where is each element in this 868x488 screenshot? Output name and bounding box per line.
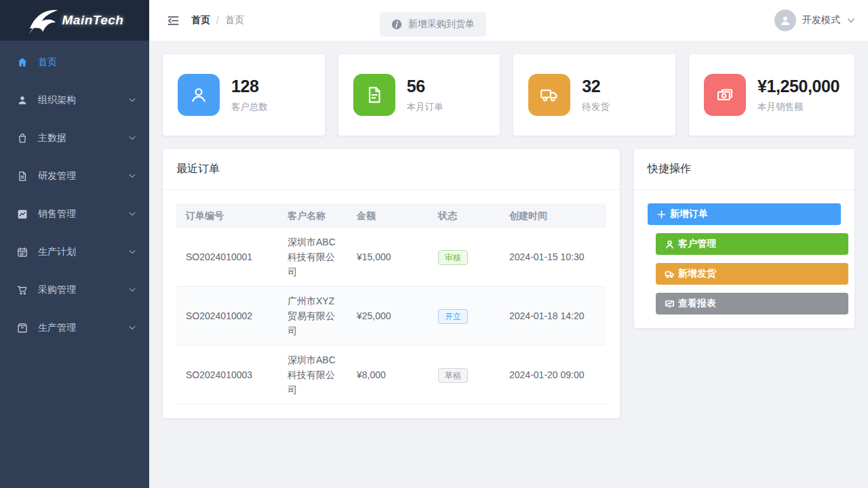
sidebar-item-label: 销售管理 [38,208,127,220]
amount-cell: ¥15,000 [347,228,429,287]
calendar-icon [16,246,28,258]
stat-label: 待发货 [582,101,610,113]
user-mode-label: 开发模式 [802,14,840,26]
quick-action-button-person-small[interactable]: 客户管理 [656,233,848,255]
sidebar-menu: 首页组织架构主数据研发管理销售管理生产计划采购管理生产管理 [0,41,149,347]
quick-action-label: 查看报表 [678,298,716,310]
column-header: 状态 [429,203,500,228]
column-header: 金额 [347,203,429,228]
user-outline-icon [178,74,220,116]
user-menu[interactable]: 开发模式 [774,0,856,41]
logo: MainTech [0,0,149,41]
info-icon [391,19,402,30]
quick-actions-title: 快捷操作 [634,149,854,190]
column-header: 订单编号 [176,203,278,228]
sidebar-item-label: 生产管理 [38,322,127,334]
brand-name: MainTech [62,13,124,28]
status-cell: 草稿 [429,346,500,405]
recent-orders-table: 订单编号客户名称金额状态创建时间 SO2024010001深圳市ABC科技有限公… [176,203,606,405]
customer-cell: 广州市XYZ贸易有限公司 [278,287,347,346]
breadcrumb: 首页 / 首页 [191,0,244,41]
sidebar-item-cart[interactable]: 采购管理 [0,271,149,309]
stat-value: 128 [231,77,268,96]
status-cell: 审核 [429,228,500,287]
file-white-icon [353,74,395,116]
truck-icon [528,74,570,116]
org-icon [16,94,28,106]
sidebar: MainTech 首页组织架构主数据研发管理销售管理生产计划采购管理生产管理 [0,0,149,488]
quick-action-label: 新增发货 [678,268,716,280]
breadcrumb-current: 首页 [225,14,244,26]
created-at-cell: 2024-01-18 14:20 [500,287,606,346]
table-row: SO2024010003深圳市ABC科技有限公司¥8,000草稿2024-01-… [176,346,606,405]
stat-card: ¥1,250,000本月销售额 [689,54,854,136]
bag-icon [16,132,28,144]
sidebar-item-label: 主数据 [38,132,127,144]
banknote-icon [704,74,746,116]
sidebar-item-home[interactable]: 首页 [0,43,149,81]
chevron-down-icon [127,134,137,143]
status-badge: 草稿 [438,368,468,383]
sidebar-item-calendar[interactable]: 生产计划 [0,233,149,271]
table-row: SO2024010001深圳市ABC科技有限公司¥15,000审核2024-01… [176,228,606,287]
quick-action-label: 客户管理 [678,238,716,250]
person-small-icon [665,239,675,249]
created-at-cell: 2024-01-20 09:00 [500,346,606,405]
stat-card: 56本月订单 [338,54,500,136]
quick-actions-panel: 快捷操作 新增订单客户管理新增发货查看报表 [634,149,854,328]
table-header-row: 订单编号客户名称金额状态创建时间 [176,203,606,228]
stat-label: 客户总数 [231,101,268,113]
sidebar-item-org[interactable]: 组织架构 [0,81,149,119]
stat-card: 32待发货 [513,54,675,136]
column-header: 客户名称 [278,203,347,228]
file-icon [16,170,28,182]
cart-icon [16,284,28,296]
quick-action-button-report[interactable]: 查看报表 [656,293,848,314]
sidebar-item-box[interactable]: 生产管理 [0,309,149,347]
status-badge: 审核 [438,250,468,265]
recent-orders-panel: 最近订单 订单编号客户名称金额状态创建时间 SO2024010001深圳市ABC… [163,149,620,418]
stat-card: 128客户总数 [163,54,325,136]
customer-cell: 深圳市ABC科技有限公司 [278,346,347,405]
quick-action-button-plus[interactable]: 新增订单 [648,203,841,225]
sidebar-item-label: 采购管理 [38,284,127,296]
chevron-down-icon [127,96,137,105]
sidebar-item-label: 首页 [38,56,137,68]
created-at-cell: 2024-01-15 10:30 [500,228,606,287]
chevron-down-icon [846,16,856,25]
column-header: 创建时间 [500,203,606,228]
menu-fold-icon[interactable] [167,14,180,27]
sidebar-item-chart[interactable]: 销售管理 [0,195,149,233]
customer-cell: 深圳市ABC科技有限公司 [278,228,347,287]
stat-value: 32 [582,77,610,96]
chevron-down-icon [127,209,137,219]
sidebar-item-label: 研发管理 [38,170,127,182]
stat-label: 本月销售额 [757,101,840,113]
main-content: 128客户总数56本月订单32待发货¥1,250,000本月销售额 最近订单 订… [149,41,868,432]
box-icon [16,322,28,334]
order-no-cell: SO2024010001 [176,228,278,287]
chevron-down-icon [127,247,137,257]
home-icon [16,56,28,68]
status-cell: 开立 [429,287,500,346]
report-icon [665,299,675,309]
truck-small-icon [665,269,675,279]
logo-swoosh-icon [26,5,61,35]
sidebar-item-label: 组织架构 [38,94,127,106]
stat-label: 本月订单 [407,101,443,113]
table-row: SO2024010002广州市XYZ贸易有限公司¥25,000开立2024-01… [176,287,606,346]
sidebar-item-file[interactable]: 研发管理 [0,157,149,195]
quick-action-button-truck-small[interactable]: 新增发货 [656,263,848,285]
add-purchase-arrival-button[interactable]: 新增采购到货单 [380,12,486,37]
amount-cell: ¥25,000 [347,287,429,346]
chart-icon [16,208,28,220]
chevron-down-icon [127,171,137,181]
avatar [774,9,796,31]
breadcrumb-separator: / [216,15,219,26]
stat-value: 56 [407,77,443,96]
stat-value: ¥1,250,000 [757,77,840,96]
sidebar-item-bag[interactable]: 主数据 [0,119,149,157]
order-no-cell: SO2024010003 [176,346,278,405]
breadcrumb-root[interactable]: 首页 [191,14,210,26]
recent-orders-title: 最近订单 [163,149,620,190]
